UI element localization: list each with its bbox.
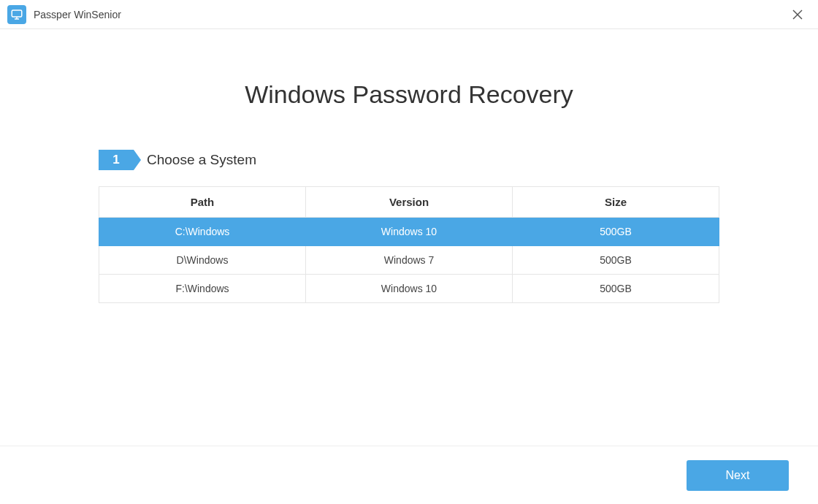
cell-size: 500GB [513,246,719,275]
svg-rect-0 [12,10,22,17]
table-header-size: Size [513,187,719,218]
cell-version: Windows 10 [306,275,513,303]
cell-path: F:\Windows [99,275,306,303]
step-number-badge: 1 [99,150,134,170]
close-button[interactable] [787,4,808,25]
app-title: Passper WinSenior [34,9,121,20]
footer: Next [0,446,818,504]
table-header-row: Path Version Size [99,187,719,218]
page-title: Windows Password Recovery [0,80,818,109]
app-icon [7,5,26,24]
cell-size: 500GB [513,275,719,303]
next-button[interactable]: Next [687,460,789,491]
cell-path: C:\Windows [99,218,306,246]
table-header-path: Path [99,187,306,218]
cell-path: D\Windows [99,246,306,275]
content-wrapper: 1 Choose a System Path Version Size C:\W… [99,150,719,303]
table-row[interactable]: F:\Windows Windows 10 500GB [99,275,719,303]
main-content: Windows Password Recovery 1 Choose a Sys… [0,29,818,446]
table-header-version: Version [306,187,513,218]
system-table: Path Version Size C:\Windows Windows 10 … [99,186,719,303]
table-row[interactable]: C:\Windows Windows 10 500GB [99,218,719,246]
cell-version: Windows 10 [306,218,513,246]
cell-size: 500GB [513,218,719,246]
step-header: 1 Choose a System [99,150,719,170]
close-icon [792,9,803,20]
table-row[interactable]: D\Windows Windows 7 500GB [99,246,719,275]
titlebar-left: Passper WinSenior [7,5,121,24]
titlebar: Passper WinSenior [0,0,818,29]
step-label: Choose a System [147,152,256,168]
cell-version: Windows 7 [306,246,513,275]
